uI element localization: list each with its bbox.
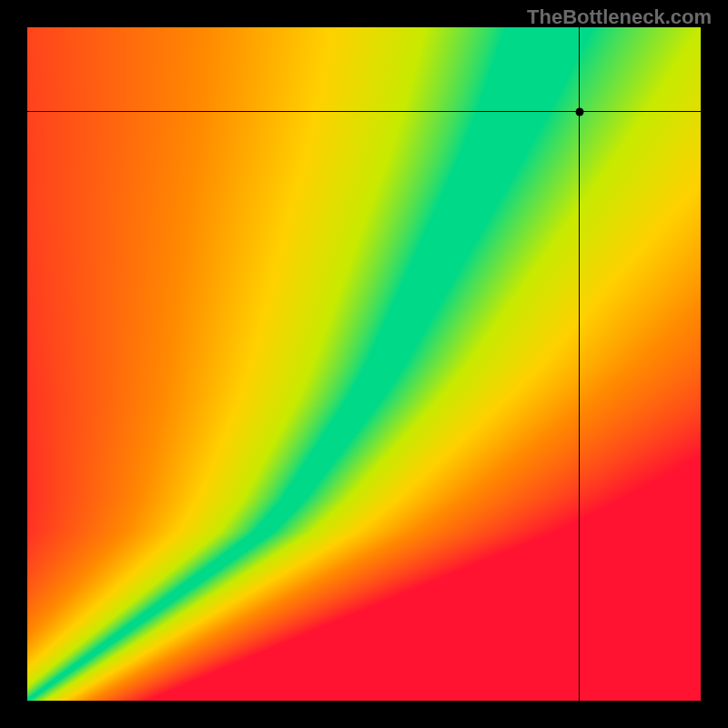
crosshair-marker-dot: [575, 107, 583, 116]
crosshair-vertical: [579, 27, 580, 701]
heatmap-canvas: [27, 27, 701, 701]
heatmap-plot: [27, 27, 701, 701]
watermark-text: TheBottleneck.com: [527, 5, 712, 29]
crosshair-horizontal: [27, 111, 701, 112]
